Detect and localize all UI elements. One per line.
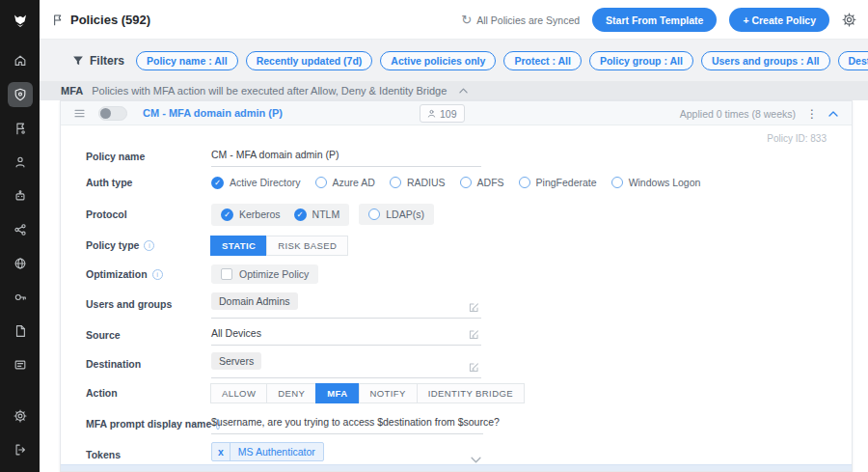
- info-icon[interactable]: [144, 240, 154, 251]
- policy-type-static-button[interactable]: STATIC: [210, 236, 267, 256]
- filter-pill-recently-updated[interactable]: Recently updated (7d): [246, 51, 373, 70]
- policy-name-input[interactable]: CM - MFA domain admin (P): [211, 147, 481, 167]
- destination-tag[interactable]: Servers: [211, 352, 261, 370]
- sync-status: ↻ All Policies are Synced: [461, 14, 580, 26]
- drag-handle-icon[interactable]: [74, 109, 85, 118]
- network-icon[interactable]: [8, 217, 33, 242]
- info-icon[interactable]: [152, 269, 163, 280]
- top-bar: Policies (592) ↻ All Policies are Synced…: [0, 0, 868, 40]
- policy-name-value: CM - MFA domain admin (P): [211, 149, 339, 160]
- edit-pencil-icon[interactable]: [469, 302, 479, 313]
- form-row-destination: Destination Servers: [86, 350, 832, 377]
- action-notify-button[interactable]: NOTIFY: [359, 383, 418, 403]
- auth-option-radius[interactable]: RADIUS: [390, 177, 446, 188]
- users-groups-tag[interactable]: Domain Admins: [211, 292, 298, 310]
- create-policy-button[interactable]: + Create Policy: [729, 8, 829, 32]
- auth-option-windows-logon[interactable]: Windows Logon: [611, 177, 701, 188]
- action-mfa-button[interactable]: MFA: [315, 383, 359, 403]
- auth-option-azure-ad[interactable]: Azure AD: [315, 177, 375, 188]
- filter-pill-users-groups[interactable]: Users and groups : All: [701, 51, 830, 70]
- filter-pill-active-policies[interactable]: Active policies only: [380, 51, 496, 70]
- policy-rules-icon[interactable]: [8, 116, 33, 141]
- chevron-up-icon[interactable]: [459, 88, 468, 94]
- mfa-prompt-value: $username, are you trying to access $des…: [211, 416, 500, 428]
- main-content: Filters Policy name : All Recently updat…: [40, 40, 868, 472]
- optimize-policy-label: Optimize Policy: [239, 268, 309, 280]
- start-from-template-button[interactable]: Start From Template: [592, 8, 717, 32]
- filters-label: Filters: [90, 54, 124, 68]
- optimize-policy-checkbox-wrap[interactable]: Optimize Policy: [211, 264, 318, 284]
- logout-icon[interactable]: [8, 437, 33, 462]
- users-groups-field[interactable]: Domain Admins: [211, 291, 481, 319]
- checkbox-unchecked-icon[interactable]: [221, 268, 232, 280]
- settings-gear-icon[interactable]: [8, 403, 33, 429]
- collapse-chevron-icon[interactable]: [828, 111, 838, 117]
- field-label-policy-type: Policy type: [86, 239, 211, 251]
- policy-id: Policy ID: 833: [767, 133, 827, 144]
- radio-unchecked-icon: [611, 177, 623, 188]
- filter-pill-policy-name[interactable]: Policy name : All: [136, 51, 238, 70]
- form-row-optimization: Optimization Optimize Policy: [86, 263, 832, 286]
- filter-pill-destination-resources[interactable]: Destination Resources : All: [838, 51, 868, 70]
- field-label-action: Action: [86, 387, 211, 399]
- policies-flag-icon: [51, 14, 64, 26]
- globe-icon[interactable]: [8, 251, 33, 276]
- policy-card: CM - MFA domain admin (P) 109 Applied 0 …: [60, 100, 853, 472]
- edit-pencil-icon[interactable]: [469, 329, 479, 340]
- next-section-strip[interactable]: [61, 464, 852, 471]
- radio-unchecked-icon: [460, 177, 472, 188]
- home-icon[interactable]: [8, 48, 33, 73]
- topbar-actions: ↻ All Policies are Synced Start From Tem…: [461, 0, 856, 40]
- protocol-option-kerberos[interactable]: Kerberos: [221, 208, 281, 221]
- sidebar-bottom: [8, 395, 33, 462]
- mfa-section-header[interactable]: MFA Policies with MFA action will be exe…: [40, 81, 868, 100]
- user-count-badge: 109: [420, 104, 465, 123]
- document-icon[interactable]: [8, 319, 33, 344]
- sync-status-text: All Policies are Synced: [476, 14, 580, 26]
- filter-pill-protect[interactable]: Protect : All: [503, 51, 582, 70]
- mfa-prompt-input[interactable]: $username, are you trying to access $des…: [211, 414, 483, 434]
- service-account-bot-icon[interactable]: [8, 183, 33, 208]
- auth-option-adfs[interactable]: ADFS: [460, 177, 504, 188]
- sidebar-nav: [0, 40, 40, 472]
- person-icon: [427, 109, 436, 118]
- form-row-action: Action ALLOW DENY MFA NOTIFY IDENTITY BR…: [86, 381, 832, 404]
- action-allow-button[interactable]: ALLOW: [210, 383, 267, 403]
- remove-token-icon[interactable]: x: [212, 443, 231, 460]
- protocol-option-ldaps[interactable]: LDAP(s): [368, 208, 424, 220]
- field-label-policy-name: Policy name: [86, 151, 211, 162]
- policy-type-risk-based-button[interactable]: RISK BASED: [266, 236, 348, 256]
- protocol-option-ntlm[interactable]: NTLM: [294, 208, 340, 221]
- destination-field[interactable]: Servers: [211, 350, 481, 378]
- source-field[interactable]: All Devices: [211, 325, 481, 346]
- toggle-knob: [100, 108, 111, 119]
- form-row-policy-type: Policy type STATIC RISK BASED: [86, 234, 832, 257]
- action-identity-bridge-button[interactable]: IDENTITY BRIDGE: [417, 383, 525, 403]
- checkbox-unchecked-icon: [368, 208, 380, 220]
- edit-pencil-icon[interactable]: [469, 362, 479, 373]
- form-row-policy-name: Policy name CM - MFA domain admin (P): [86, 145, 832, 168]
- auth-option-active-directory[interactable]: Active Directory: [211, 177, 301, 189]
- applied-count-text: Applied 0 times (8 weeks): [680, 108, 796, 120]
- page-title: Policies (592): [70, 13, 150, 27]
- kebab-menu-icon[interactable]: ⋮: [806, 108, 818, 120]
- form-row-source: Source All Devices: [86, 321, 832, 348]
- gear-icon[interactable]: [842, 13, 856, 27]
- policy-enabled-toggle[interactable]: [98, 106, 127, 121]
- user-icon[interactable]: [8, 150, 33, 175]
- filter-pill-policy-group[interactable]: Policy group : All: [589, 51, 693, 70]
- auth-option-pingfederate[interactable]: PingFederate: [519, 177, 597, 188]
- chevron-down-icon[interactable]: [471, 457, 481, 463]
- source-value: All Devices: [211, 327, 261, 339]
- logs-card-icon[interactable]: [8, 352, 33, 377]
- key-icon[interactable]: [8, 285, 33, 310]
- form-row-users-groups: Users and groups Domain Admins: [86, 291, 832, 318]
- action-deny-button[interactable]: DENY: [266, 383, 316, 403]
- brand-logo[interactable]: [0, 0, 40, 40]
- field-label-auth-type: Auth type: [86, 177, 211, 188]
- page-title-wrap: Policies (592): [51, 0, 150, 40]
- shield-policies-icon[interactable]: [8, 82, 33, 107]
- checkbox-checked-icon: [221, 208, 233, 221]
- policy-title-link[interactable]: CM - MFA domain admin (P): [143, 107, 283, 119]
- field-label-optimization: Optimization: [86, 268, 211, 280]
